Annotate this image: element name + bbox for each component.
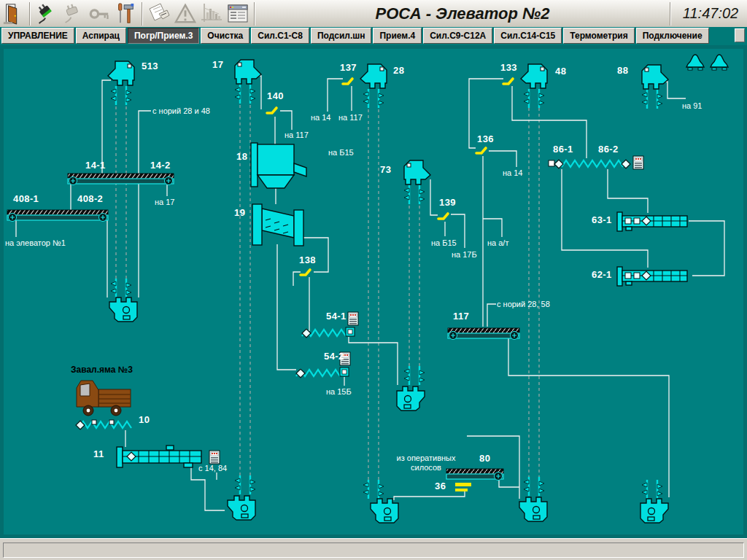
trends-chart-icon <box>198 1 225 26</box>
status-field <box>3 542 744 558</box>
tab-Очистка[interactable]: Очистка <box>201 28 249 44</box>
report-table-icon[interactable] <box>225 1 251 26</box>
control-pad-54-2[interactable] <box>340 352 350 365</box>
belt-conveyor-117[interactable] <box>448 328 519 340</box>
valve-133[interactable] <box>503 79 513 84</box>
mimic-svg <box>0 45 747 538</box>
setup-tools-icon[interactable] <box>112 1 139 26</box>
chain-conveyor-62-1[interactable] <box>617 267 687 286</box>
alarm-warning-icon <box>172 1 198 26</box>
tab-Погр/Прием.3[interactable]: Погр/Прием.3 <box>128 28 199 44</box>
tab-Сил.С1-С8[interactable]: Сил.С1-С8 <box>251 28 309 44</box>
tab-Сил.С14-С15[interactable]: Сил.С14-С15 <box>494 28 562 44</box>
noria-17-boot[interactable] <box>228 496 255 520</box>
noria-73-boot[interactable] <box>397 386 425 411</box>
tab-Прием.4[interactable]: Прием.4 <box>373 28 422 44</box>
tab-bar: УПРАВЛЕНИЕАспирацПогр/Прием.3ОчисткаСил.… <box>0 27 747 45</box>
noria-48-head[interactable] <box>521 64 547 88</box>
toolbar-separator <box>29 2 31 26</box>
app-title: РОСА - Элеватор №2 <box>258 4 667 23</box>
access-key-icon <box>86 1 112 26</box>
belt-conveyor-80[interactable] <box>446 469 503 481</box>
clock: 11:47:02 <box>674 5 747 22</box>
alarm-bell-icon[interactable] <box>686 55 704 70</box>
material-flow-lines <box>16 76 724 510</box>
tab-Термометрия[interactable]: Термометрия <box>563 28 634 44</box>
valve-137[interactable] <box>343 79 352 84</box>
screw-conveyor-10[interactable] <box>76 420 131 429</box>
toolbar-separator <box>142 2 143 26</box>
noria-28-head[interactable] <box>360 64 387 88</box>
belt-conveyor-14[interactable] <box>68 174 174 185</box>
scada-window: РОСА - Элеватор №2 11:47:02 УПРАВЛЕНИЕАс… <box>0 0 747 560</box>
chain-conveyor-11[interactable] <box>117 446 201 467</box>
noria-28-boot[interactable] <box>371 499 398 523</box>
valve-139[interactable] <box>438 214 448 219</box>
valve-140[interactable] <box>267 108 276 113</box>
status-bar <box>0 538 747 560</box>
toolbar-separator <box>254 2 255 26</box>
toolbar: РОСА - Элеватор №2 11:47:02 <box>0 0 747 28</box>
belt-conveyor-408[interactable] <box>7 210 108 222</box>
noria-48-boot[interactable] <box>519 497 547 521</box>
tab-Подключение[interactable]: Подключение <box>636 28 709 44</box>
tab-Аспирац[interactable]: Аспирац <box>76 28 126 44</box>
noria-513-head[interactable] <box>108 61 134 85</box>
noria-belts <box>111 85 662 499</box>
gate-valve-36[interactable] <box>455 483 471 491</box>
toolbar-separator <box>670 2 671 26</box>
noria-shaft-dashes <box>116 105 539 480</box>
tab-Сил.С9-С12А[interactable]: Сил.С9-С12А <box>423 28 492 44</box>
valve-136[interactable] <box>476 148 486 153</box>
chain-conveyor-63-1[interactable] <box>617 212 687 231</box>
control-pad-54-1[interactable] <box>348 312 358 325</box>
screw-conveyor-86[interactable] <box>549 160 630 168</box>
tab-Подсил.шн[interactable]: Подсил.шн <box>311 28 372 44</box>
truck <box>77 381 131 416</box>
mimic-canvas: 5131713728140181914-114-2408-1408-273133… <box>0 45 747 538</box>
noria-73-head[interactable] <box>404 160 430 184</box>
exit-door-icon[interactable] <box>0 1 26 26</box>
separator-19[interactable] <box>252 204 303 246</box>
noria-88-head[interactable] <box>642 65 668 89</box>
scale-hopper-18[interactable] <box>251 143 306 188</box>
tab-УПРАВЛЕНИЕ[interactable]: УПРАВЛЕНИЕ <box>1 28 74 44</box>
screw-conveyor-54-1[interactable] <box>302 327 355 338</box>
noria-513-boot[interactable] <box>109 298 137 322</box>
tab-bar-end-box <box>735 28 745 42</box>
serial-disconnect-icon <box>60 1 86 26</box>
control-pad-86[interactable] <box>633 156 643 169</box>
noria-17-head[interactable] <box>235 60 261 84</box>
valve-138[interactable] <box>301 270 310 275</box>
control-pad-11[interactable] <box>209 451 220 464</box>
journal-document-icon[interactable] <box>146 1 172 26</box>
screw-conveyor-54-2[interactable] <box>296 368 349 378</box>
serial-connect-icon[interactable] <box>34 1 60 26</box>
noria-88-boot[interactable] <box>640 499 668 523</box>
alarm-bell-icon[interactable] <box>711 55 728 70</box>
